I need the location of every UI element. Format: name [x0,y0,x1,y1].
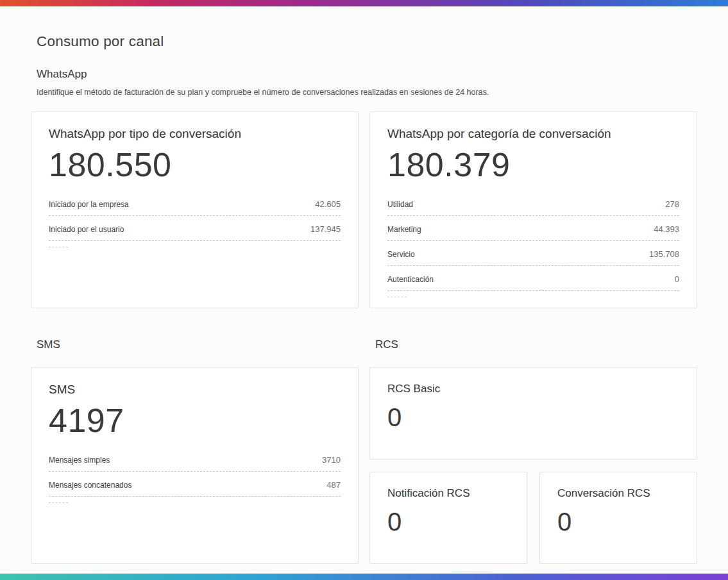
rcs-column: RCS RCS Basic 0 Notificación RCS 0 Conve… [369,308,697,564]
stat-value: 3710 [322,455,341,465]
stat-label: Autenticación [387,275,434,284]
card-title: Conversación RCS [557,486,679,500]
stat-row: Iniciado por el usuario 137.945 [49,216,341,241]
stat-row: Mensajes simples 3710 [49,447,341,472]
card-sms: SMS 4197 Mensajes simples 3710 Mensajes … [31,367,359,564]
top-gradient-bar [0,0,728,6]
section-heading-sms: SMS [37,338,359,352]
stat-value: 42.605 [315,199,341,209]
stat-label: Utilidad [387,200,413,209]
card-total: 180.379 [387,147,679,183]
sms-column: SMS SMS 4197 Mensajes simples 3710 Mensa… [31,308,359,564]
stat-label: Servicio [387,250,415,259]
section-heading-rcs: RCS [375,338,697,352]
stat-label: Mensajes concatenados [49,481,131,490]
stat-row: Marketing 44.393 [387,216,679,241]
whatsapp-cards-grid: WhatsApp por tipo de conversación 180.55… [31,112,697,308]
stat-rows: Iniciado por la empresa 42.605 Iniciado … [49,191,341,247]
stat-row: Servicio 135.708 [387,241,679,266]
card-total: 0 [387,403,679,431]
consumption-report-page: Consumo por canal WhatsApp Identifique e… [0,6,728,574]
rcs-small-cards-grid: Notificación RCS 0 Conversación RCS 0 [369,460,697,564]
stat-value: 487 [326,480,341,490]
sms-rcs-section: SMS SMS 4197 Mensajes simples 3710 Mensa… [31,308,697,564]
stat-label: Marketing [387,225,421,234]
stat-row: Utilidad 278 [387,191,679,216]
card-title: WhatsApp por tipo de conversación [49,126,341,142]
stat-label: Mensajes simples [49,456,110,465]
stat-value: 137.945 [310,224,341,234]
card-title: RCS Basic [387,382,679,395]
card-rcs-conversacion: Conversación RCS 0 [539,472,697,564]
section-description-whatsapp: Identifique el método de facturación de … [37,87,697,99]
stat-label: Iniciado por la empresa [49,200,129,209]
card-total: 180.550 [49,147,341,183]
stat-rows: Utilidad 278 Marketing 44.393 Servicio 1… [387,191,679,297]
trailing-dash [49,241,68,247]
stat-row: Mensajes concatenados 487 [49,472,341,497]
card-total: 4197 [49,402,341,439]
card-whatsapp-por-categoria: WhatsApp por categoría de conversación 1… [369,112,697,308]
stat-rows: Mensajes simples 3710 Mensajes concatena… [49,447,341,503]
card-total: 0 [387,508,509,536]
section-heading-whatsapp: WhatsApp [37,67,697,81]
card-title: WhatsApp por categoría de conversación [387,126,679,142]
stat-row: Iniciado por la empresa 42.605 [49,191,341,216]
stat-label: Iniciado por el usuario [49,225,124,234]
stat-value: 135.708 [649,249,679,259]
card-title: Notificación RCS [387,486,509,500]
stat-row: Autenticación 0 [387,266,679,291]
card-title: SMS [49,382,341,397]
page-title: Consumo por canal [37,32,697,51]
stat-value: 44.393 [654,224,679,234]
card-rcs-notificacion: Notificación RCS 0 [369,472,527,564]
card-total: 0 [557,508,679,536]
bottom-gradient-bar [0,574,728,580]
card-whatsapp-por-tipo: WhatsApp por tipo de conversación 180.55… [31,112,359,308]
stat-value: 278 [665,199,679,209]
stat-value: 0 [675,274,679,284]
trailing-dash [387,291,407,297]
card-rcs-basic: RCS Basic 0 [369,367,697,460]
trailing-dash [49,497,68,503]
